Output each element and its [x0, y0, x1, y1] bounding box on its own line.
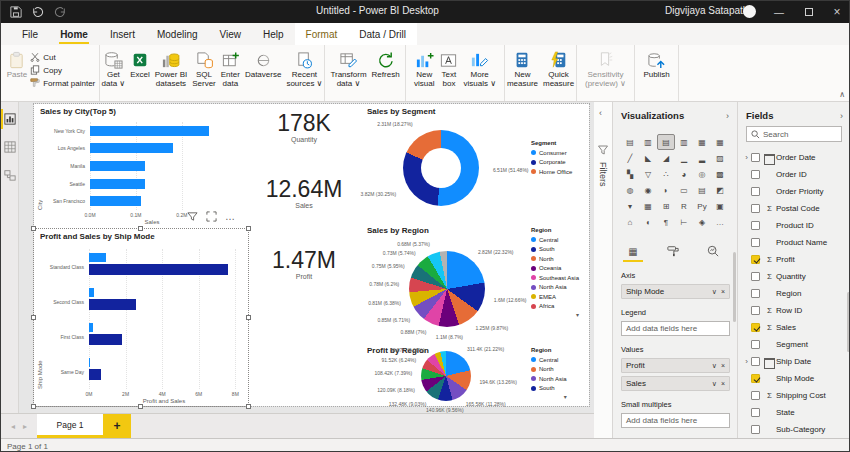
visual-sales-by-segment[interactable]: Sales by Segment6.51M (51.48%)3.82M (30.…: [361, 104, 589, 224]
field-item-order-id[interactable]: Order ID: [742, 167, 847, 182]
field-item-quantity[interactable]: ΣQuantity: [742, 269, 847, 284]
stacked-column-chart-icon[interactable]: ▥: [639, 134, 657, 150]
menu-tab-home[interactable]: Home: [49, 23, 99, 45]
filter-icon[interactable]: [187, 211, 198, 222]
field-item-ship-mode[interactable]: Ship Mode: [742, 371, 847, 386]
tab-analytics[interactable]: [703, 242, 723, 260]
legend-item-corporate[interactable]: Corporate: [531, 158, 572, 168]
slicer-icon[interactable]: ▾: [621, 198, 639, 214]
field-item-order-priority[interactable]: Order Priority: [742, 184, 847, 199]
menu-tab-view[interactable]: View: [209, 23, 253, 45]
100-stacked-bar-chart-icon[interactable]: ▦: [693, 134, 711, 150]
field-item-state[interactable]: State: [742, 405, 847, 420]
format-painter-button[interactable]: Format painter: [30, 77, 95, 89]
legend-item-consumer[interactable]: Consumer: [531, 148, 572, 158]
field-checkbox[interactable]: [751, 272, 760, 281]
clustered-bar-chart-icon[interactable]: ▤: [657, 134, 675, 150]
visual-profit-sales-by-ship-mode[interactable]: Profit and Sales by Ship Mode0M2M4M6M8MS…: [34, 229, 248, 406]
resize-handle[interactable]: [31, 315, 36, 320]
save-icon[interactable]: [9, 5, 23, 19]
funnel-chart-icon[interactable]: ▽: [639, 166, 657, 182]
card-profit[interactable]: 1.47M Profit: [251, 247, 357, 280]
more-visuals-button[interactable]: Morevisuals ∨: [461, 49, 498, 89]
matrix-icon[interactable]: ⊞: [657, 198, 675, 214]
field-checkbox[interactable]: [751, 204, 760, 213]
table-icon[interactable]: ▦: [639, 198, 657, 214]
get-data-button[interactable]: Getdata ∨: [100, 49, 128, 89]
expand-icon[interactable]: ›: [742, 357, 751, 366]
chevron-down-icon[interactable]: ∨: [712, 380, 717, 388]
field-checkbox[interactable]: [751, 408, 760, 417]
bar-los-angeles[interactable]: [90, 143, 173, 153]
new-visual-button[interactable]: Newvisual: [412, 49, 436, 89]
qa-visual-icon[interactable]: ◖: [639, 214, 657, 230]
field-checkbox[interactable]: [751, 374, 760, 383]
page-tab[interactable]: Page 1: [37, 414, 103, 438]
resize-handle[interactable]: [31, 226, 36, 231]
new-measure-button[interactable]: Newmeasure: [505, 49, 540, 89]
treemap-icon[interactable]: ▩: [711, 166, 729, 182]
recent-sources-button[interactable]: Recentsources ∨: [284, 49, 324, 89]
bar-sales-first-class[interactable]: [89, 334, 122, 345]
text-box-button[interactable]: Textbox: [437, 49, 460, 89]
field-item-profit[interactable]: ΣProfit: [742, 252, 847, 267]
power-apps-icon[interactable]: ⌂: [621, 214, 639, 230]
bar-san-francisco[interactable]: [90, 196, 141, 206]
resize-handle[interactable]: [138, 404, 143, 409]
sensitivity-button[interactable]: Sensitivity(preview) ∨: [583, 49, 628, 89]
legend-item-africa[interactable]: Africa: [531, 302, 579, 312]
card-icon[interactable]: ▭: [675, 182, 693, 198]
quick-measure-button[interactable]: Quickmeasure: [541, 49, 576, 89]
transform-data-button[interactable]: Transformdata ∨: [328, 49, 368, 89]
viz-scrollbar[interactable]: [733, 252, 736, 322]
field-pill-sales[interactable]: Sales∨×: [621, 376, 730, 391]
sql-server-button[interactable]: SQLServer: [190, 49, 218, 89]
line-chart-icon[interactable]: ╱: [621, 150, 639, 166]
field-checkbox[interactable]: [751, 238, 760, 247]
clustered-column-chart-icon[interactable]: ▥: [675, 134, 693, 150]
more-visuals-icon[interactable]: …: [711, 214, 729, 230]
excel-button[interactable]: Excel: [128, 49, 152, 81]
legend-item-home-office[interactable]: Home Office: [531, 167, 572, 177]
bar-manila[interactable]: [90, 161, 145, 171]
bar-seattle[interactable]: [90, 179, 145, 189]
line-clustered-column-chart-icon[interactable]: ▂: [693, 150, 711, 166]
scatter-chart-icon[interactable]: ∴: [657, 166, 675, 182]
field-checkbox[interactable]: [751, 340, 760, 349]
signed-in-user[interactable]: Digvijaya Satapathy: [665, 5, 753, 16]
100-stacked-column-chart-icon[interactable]: ▦: [711, 134, 729, 150]
legend-item-south[interactable]: South: [531, 245, 579, 255]
pie-chart[interactable]: [409, 251, 485, 327]
resize-handle[interactable]: [138, 226, 143, 231]
bar-profit-second-class[interactable]: [89, 288, 94, 297]
collapse-visualizations-icon[interactable]: ›: [726, 111, 729, 121]
bar-sales-same-day[interactable]: [89, 369, 101, 380]
field-checkbox[interactable]: [751, 255, 760, 264]
remove-field-icon[interactable]: ×: [721, 288, 725, 295]
cut-button[interactable]: Cut: [30, 51, 95, 63]
field-item-product-name[interactable]: Product Name: [742, 235, 847, 250]
gauge-icon[interactable]: ◗: [657, 182, 675, 198]
menu-tab-format[interactable]: Format: [295, 23, 349, 45]
menu-tab-file[interactable]: File: [11, 23, 49, 45]
prev-page-icon[interactable]: ◂: [11, 422, 15, 431]
bar-sales-standard-class[interactable]: [89, 264, 228, 275]
legend-scroll-icon[interactable]: ▾: [531, 311, 579, 318]
card-quantity[interactable]: 178K Quantity: [251, 110, 357, 143]
power-bi-datasets-button[interactable]: Power BIdatasets: [153, 49, 189, 89]
field-item-ship-date[interactable]: ›Ship Date: [742, 354, 847, 369]
legend-item-central[interactable]: Central: [531, 355, 567, 365]
field-checkbox[interactable]: [751, 323, 760, 332]
bar-profit-first-class[interactable]: [89, 323, 93, 332]
filled-map-icon[interactable]: ◉: [639, 182, 657, 198]
model-view-button[interactable]: [1, 164, 19, 186]
legend-item-oceania[interactable]: Oceania: [531, 264, 579, 274]
field-item-row-id[interactable]: ΣRow ID: [742, 303, 847, 318]
pie-chart[interactable]: [421, 351, 471, 401]
menu-tab-data-drill[interactable]: Data / Drill: [348, 23, 417, 45]
empty-field-well[interactable]: Add data fields here: [621, 321, 730, 336]
refresh-button[interactable]: Refresh: [370, 49, 402, 81]
field-checkbox[interactable]: [751, 170, 760, 179]
visual-sales-by-region[interactable]: Sales by Region2.82M (22.32%)1.6M (12.66…: [361, 223, 589, 343]
report-page[interactable]: Sales by City(Top 5)0.0M0.1M0.2MNew York…: [34, 104, 589, 406]
